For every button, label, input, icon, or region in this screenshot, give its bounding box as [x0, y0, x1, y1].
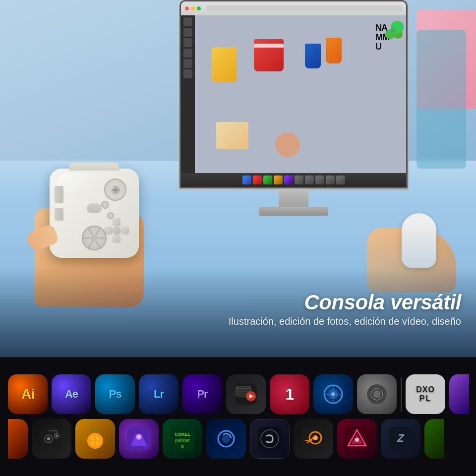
svg-text:X: X — [181, 444, 184, 449]
monitor: NAMMU — [155, 0, 432, 248]
svg-point-28 — [137, 435, 140, 438]
text-overlay: Consola versátil Ilustración, edición de… — [229, 291, 461, 327]
app-affinity[interactable] — [337, 419, 377, 459]
app-finalcut[interactable] — [226, 374, 266, 414]
app-partial-right[interactable] — [449, 374, 469, 414]
app-painterx[interactable]: COREL painter X — [163, 419, 202, 459]
svg-text:painter: painter — [175, 438, 190, 443]
app-davinci[interactable] — [313, 374, 353, 414]
monitor-stand — [279, 188, 308, 208]
svg-text:Z: Z — [397, 432, 405, 444]
page-wrapper: NAMMU — [0, 0, 476, 476]
apps-divider — [401, 377, 402, 412]
svg-point-47 — [355, 438, 359, 442]
compressor-icon-svg — [364, 381, 390, 407]
app-dragonframe[interactable] — [32, 419, 71, 459]
tourbox-controller — [50, 169, 139, 258]
app-zbrush[interactable]: Z — [381, 419, 420, 459]
svg-point-17 — [47, 437, 50, 440]
monitor-screen: NAMMU — [179, 0, 408, 188]
substance-svg — [257, 426, 283, 452]
apps-row-1: Ai Ae Ps Lr Pr — [8, 374, 468, 414]
app-partial-right-2[interactable] — [424, 419, 444, 459]
affinity-svg — [344, 426, 370, 452]
app-premiere[interactable]: Pr — [182, 374, 222, 414]
app-cinema4d[interactable] — [206, 419, 246, 459]
finalcut-icon-svg — [233, 381, 259, 407]
product-title: Consola versátil — [229, 291, 461, 314]
svg-rect-36 — [258, 427, 282, 451]
painterx-svg: COREL painter X — [170, 426, 195, 452]
svg-point-19 — [56, 435, 58, 437]
app-dxo[interactable]: DXO PL — [406, 374, 445, 414]
blender-svg — [300, 426, 326, 452]
app-aftereffects[interactable]: Ae — [52, 374, 91, 414]
app-compressor[interactable] — [357, 374, 397, 414]
monitor-base — [259, 207, 328, 216]
app-blender[interactable] — [294, 419, 333, 459]
app-krita[interactable] — [119, 419, 159, 459]
apps-section: Ai Ae Ps Lr Pr — [0, 357, 476, 476]
svg-point-14 — [373, 390, 381, 398]
cinema4d-svg — [213, 426, 239, 452]
app-squash[interactable] — [75, 419, 115, 459]
apps-row-2: COREL painter X — [8, 419, 468, 459]
app-lightroom[interactable]: Lr — [139, 374, 178, 414]
app-partial-left[interactable] — [8, 419, 28, 459]
svg-point-35 — [222, 435, 230, 443]
krita-svg — [126, 426, 152, 452]
davinci-icon-svg — [320, 381, 346, 407]
squash-svg — [83, 427, 107, 451]
product-subtitle: Ilustración, edición de fotos, edición d… — [229, 316, 461, 327]
app-numeric[interactable]: 1 — [270, 374, 309, 414]
svg-text:COREL: COREL — [175, 432, 190, 437]
app-illustrator[interactable]: Ai — [8, 374, 48, 414]
photo-section: NAMMU — [0, 0, 476, 357]
app-substance[interactable] — [250, 419, 290, 459]
zbrush-svg: Z — [388, 426, 414, 452]
dragonframe-svg — [39, 426, 64, 452]
app-photoshop[interactable]: Ps — [95, 374, 135, 414]
